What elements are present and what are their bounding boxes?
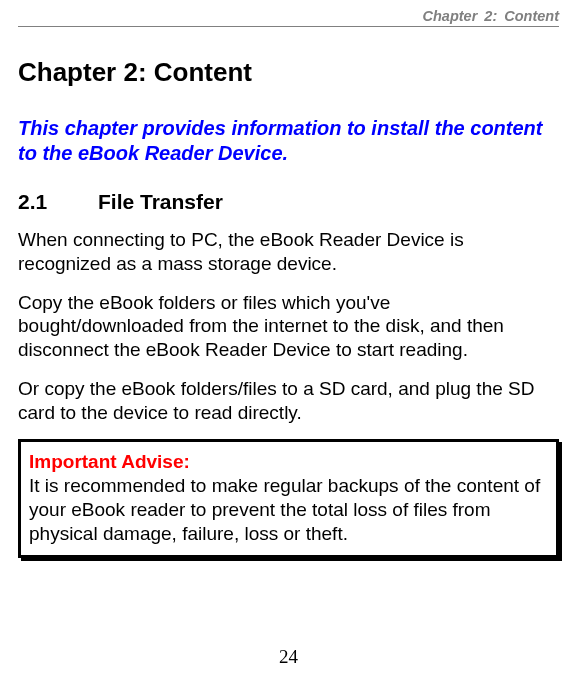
advise-title: Important Advise: <box>29 451 190 472</box>
body-paragraph: Or copy the eBook folders/files to a SD … <box>18 377 559 425</box>
section-number: 2.1 <box>18 190 98 214</box>
body-paragraph: When connecting to PC, the eBook Reader … <box>18 228 559 276</box>
advise-body: It is recommended to make regular backup… <box>29 475 540 544</box>
important-advise-box: Important Advise: It is recommended to m… <box>18 439 559 558</box>
section-heading: 2.1File Transfer <box>18 190 559 214</box>
body-paragraph: Copy the eBook folders or files which yo… <box>18 291 559 362</box>
running-header: Chapter 2: Content <box>18 8 559 27</box>
section-title: File Transfer <box>98 190 223 213</box>
chapter-intro: This chapter provides information to ins… <box>18 116 559 166</box>
page-number: 24 <box>0 646 577 668</box>
chapter-title: Chapter 2: Content <box>18 57 559 88</box>
